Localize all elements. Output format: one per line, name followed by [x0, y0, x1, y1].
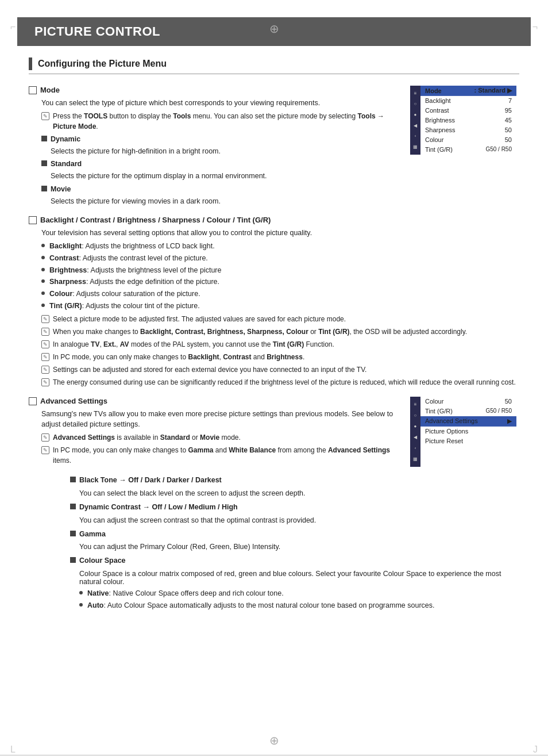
osd2-icon-chevron: ‹: [412, 444, 419, 451]
topic-advanced-body: Samsung's new TVs allow you to make even…: [29, 409, 404, 466]
backlight-note-5-text: Settings can be adjusted and stored for …: [53, 364, 519, 375]
backlight-bullets: Backlight: Adjusts the brightness of LCD…: [41, 241, 519, 312]
backlight-checkbox-icon: [29, 216, 37, 224]
note-icon-bl4: ✎: [41, 353, 49, 361]
sub-square-movie: [41, 186, 47, 191]
backlight-note-2-text: When you make changes to Backlight, Cont…: [53, 327, 519, 337]
osd2-icon-circle: ○: [412, 412, 419, 419]
sub-square-gamma: [70, 531, 76, 536]
mode-checkbox-icon: [29, 86, 37, 94]
sub-dynamic: Dynamic: [41, 134, 404, 145]
osd-container-1: ≡ ○ ● ◀ ‹ ▦ Mode : Standard ▶ Backlig: [410, 86, 516, 155]
advanced-subitems: Black Tone → Off / Dark / Darker / Darke…: [29, 475, 519, 611]
bullet-circle-native: [79, 591, 83, 594]
osd-title-row-1: Mode : Standard ▶: [420, 86, 516, 96]
osd-icon-dot: ●: [412, 112, 419, 118]
bullet-circle-colour: [41, 291, 45, 295]
osd-brightness-value: 45: [505, 117, 512, 124]
bullet-colour-text: Colour: Adjusts colour saturation of the…: [49, 289, 519, 300]
corner-top-right: ¬: [532, 22, 538, 32]
sub-square-blacktone: [70, 477, 76, 482]
osd-panel-1: ≡ ○ ● ◀ ‹ ▦ Mode : Standard ▶ Backlig: [410, 86, 519, 155]
osd-tint-value: G50 / R50: [485, 146, 512, 153]
advanced-checkbox-icon: [29, 397, 37, 405]
bullet-circle-brightness: [41, 268, 45, 271]
sub-square-standard: [41, 160, 47, 166]
osd-row-brightness: Brightness 45: [420, 116, 516, 125]
osd2-tint-value: G50 / R50: [485, 408, 512, 415]
osd2-row-advanced: Advanced Settings ▶: [420, 416, 516, 427]
osd-brightness-label: Brightness: [425, 117, 455, 124]
osd-row-sharpness: Sharpness 50: [420, 125, 516, 135]
sub-movie-text: Movie: [51, 184, 404, 195]
osd-row-colour: Colour 50: [420, 135, 516, 145]
osd-contrast-value: 95: [505, 107, 512, 114]
osd2-colour-label: Colour: [425, 398, 443, 405]
osd-panels-container: ≡ ○ ● ◀ ‹ ▦ Mode : Standard ▶ Backlig: [29, 86, 519, 611]
osd-icon-grid: ▦: [412, 144, 419, 151]
osd-colour-label: Colour: [425, 136, 443, 143]
page-wrapper: ⊕ ⌐ ¬ PICTURE CONTROL Configuring the Pi…: [0, 17, 548, 756]
osd-container-2: ≡ ○ ● ◀ ‹ ▦ Colour 50: [410, 397, 516, 467]
crosshair-top-icon: ⊕: [269, 22, 279, 36]
note-icon-bl6: ✎: [41, 378, 49, 386]
corner-top-left: ⌐: [10, 22, 16, 32]
osd2-icon-menu: ≡: [412, 401, 419, 408]
sub-square-dynamic: [41, 136, 47, 141]
sub-movie: Movie: [41, 184, 404, 195]
mode-note-1-text: Press the TOOLS button to display the To…: [53, 111, 404, 132]
backlight-note-6-text: The energy consumed during use can be si…: [53, 377, 519, 387]
osd-row-contrast: Contrast 95: [420, 106, 516, 116]
osd-panel-2: ≡ ○ ● ◀ ‹ ▦ Colour 50: [410, 397, 519, 467]
osd2-colour-value: 50: [505, 398, 512, 405]
section-heading-bar: [29, 57, 32, 70]
backlight-note-3-text: In analogue TV, Ext., AV modes of the PA…: [53, 339, 519, 350]
osd-sharpness-value: 50: [505, 126, 512, 133]
bullet-backlight-text: Backlight: Adjusts the brightness of LCD…: [49, 241, 519, 252]
bullet-native: Native: Native Colour Space offers deep …: [79, 588, 519, 599]
note-icon-bl2: ✎: [41, 328, 49, 336]
osd-tint-label: Tint (G/R): [425, 146, 453, 153]
sub-standard: Standard: [41, 159, 404, 170]
mode-note-1: ✎ Press the TOOLS button to display the …: [41, 111, 404, 132]
sub-gamma: Gamma: [70, 529, 519, 540]
topic-backlight-label: Backlight / Contrast / Brightness / Shar…: [40, 216, 271, 224]
sub-colourspace-desc: Colour Space is a colour matrix composed…: [70, 570, 519, 586]
sub-dynamiccontrast: Dynamic Contrast → Off / Low / Medium / …: [70, 502, 519, 513]
bullet-sharpness-text: Sharpness: Adjusts the edge definition o…: [49, 277, 519, 287]
osd-row-tint: Tint (G/R) G50 / R50: [420, 145, 516, 155]
sub-blacktone-desc: You can select the black level on the sc…: [70, 489, 519, 497]
osd-backlight-label: Backlight: [425, 97, 451, 104]
colourspace-bullets: Native: Native Colour Space offers deep …: [70, 588, 519, 611]
topic-advanced-desc: Samsung's new TVs allow you to make even…: [41, 409, 404, 431]
osd2-row-picturereset: Picture Reset: [420, 436, 516, 446]
osd-mode-label: Mode: [425, 87, 442, 94]
sub-movie-desc: Selects the picture for viewing movies i…: [41, 196, 404, 207]
bullet-brightness: Brightness: Adjusts the brightness level…: [41, 265, 519, 276]
osd-contrast-label: Contrast: [425, 107, 449, 114]
topic-backlight-desc: Your television has several setting opti…: [41, 228, 519, 239]
sub-dynamiccontrast-text: Dynamic Contrast → Off / Low / Medium / …: [79, 502, 519, 513]
note-icon-1: ✎: [41, 112, 49, 120]
sub-dynamic-text: Dynamic: [51, 134, 404, 145]
osd-row-backlight: Backlight 7: [420, 96, 516, 106]
topic-backlight: Backlight / Contrast / Brightness / Shar…: [29, 216, 519, 387]
bullet-auto-text: Auto: Auto Colour Space automatically ad…: [87, 600, 519, 611]
bullet-circle-tint: [41, 304, 45, 307]
section-heading-text: Configuring the Picture Menu: [38, 59, 167, 69]
osd2-row-empty2: [420, 456, 516, 467]
bullet-circle-contrast: [41, 256, 45, 259]
note-icon-adv2: ✎: [41, 446, 49, 454]
main-content: Configuring the Picture Menu ≡ ○ ● ◀ ‹ ▦: [0, 57, 548, 611]
osd2-advanced-label: Advanced Settings: [425, 417, 478, 425]
note-icon-bl3: ✎: [41, 340, 49, 348]
topic-backlight-title: Backlight / Contrast / Brightness / Shar…: [29, 216, 519, 224]
advanced-note-1: ✎ Advanced Settings is available in Stan…: [41, 432, 404, 443]
sub-standard-text: Standard: [51, 159, 404, 170]
osd-sidebar-1: ≡ ○ ● ◀ ‹ ▦: [410, 86, 420, 155]
note-icon-bl1: ✎: [41, 315, 49, 323]
sub-blacktone-text: Black Tone → Off / Dark / Darker / Darke…: [79, 475, 519, 486]
osd-icon-circle: ○: [412, 101, 419, 108]
crosshair-bottom-icon: ⊕: [269, 734, 279, 747]
section-heading: Configuring the Picture Menu: [29, 57, 519, 74]
